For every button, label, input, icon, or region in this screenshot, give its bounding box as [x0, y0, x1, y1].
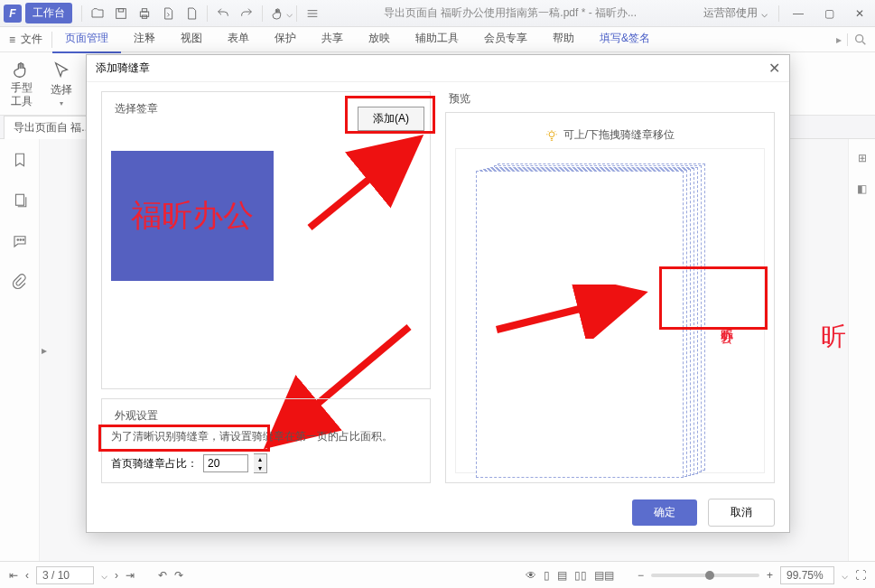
separator [207, 5, 208, 22]
dialog-close-button[interactable]: ✕ [768, 60, 780, 77]
annotation-arrow [301, 128, 436, 237]
export-icon[interactable] [156, 2, 180, 25]
menu-view[interactable]: 视图 [168, 25, 215, 53]
menu-share[interactable]: 共享 [309, 25, 356, 53]
menu-nav: ▸ [829, 33, 875, 47]
preview-hint: 可上/下拖拽骑缝章移位 [455, 127, 765, 143]
svg-rect-6 [15, 194, 23, 205]
search-icon[interactable] [853, 33, 868, 47]
svg-line-13 [497, 294, 641, 330]
select-stamp-fieldset: 选择签章 添加(A) 福昕办公 [101, 91, 431, 389]
panel-icon[interactable]: ⊞ [858, 152, 867, 164]
svg-point-5 [856, 34, 863, 42]
workbench-button[interactable]: 工作台 [25, 3, 72, 23]
view-mode-icon[interactable]: 👁 [526, 569, 536, 582]
zoom-out-button[interactable]: − [638, 569, 644, 582]
separator [262, 5, 263, 22]
menu-form[interactable]: 表单 [215, 25, 262, 53]
svg-rect-3 [142, 8, 146, 11]
dialog-footer: 确定 取消 [87, 492, 789, 532]
print-icon[interactable] [133, 2, 156, 25]
menu-annotate[interactable]: 注释 [121, 25, 168, 53]
menu-vip[interactable]: 会员专享 [471, 25, 540, 53]
fullscreen-icon[interactable]: ⛶ [855, 569, 866, 582]
zoom-input[interactable]: 99.75% [780, 566, 834, 584]
minimize-button[interactable]: — [783, 1, 814, 26]
cancel-button[interactable]: 取消 [708, 499, 775, 527]
ok-button[interactable]: 确定 [632, 499, 697, 526]
redo-icon[interactable] [235, 2, 258, 25]
menu-protect[interactable]: 保护 [262, 25, 309, 53]
open-icon[interactable] [86, 2, 109, 25]
menu-tools[interactable]: 辅助工具 [403, 25, 471, 53]
usage-dropdown[interactable]: 运营部使用⌵ [696, 5, 775, 21]
svg-line-10 [310, 139, 418, 228]
comment-icon[interactable] [12, 233, 28, 252]
add-seal-dialog: 添加骑缝章 ✕ 选择签章 添加(A) 福昕办公 [86, 54, 790, 533]
svg-rect-2 [140, 12, 148, 16]
appearance-legend: 外观设置 [111, 409, 162, 422]
maximize-button[interactable]: ▢ [814, 1, 844, 26]
expand-handle[interactable]: ▸ [40, 339, 49, 362]
attachment-icon[interactable] [12, 274, 28, 293]
right-sidebar: ⊞ ◧ [848, 139, 875, 561]
close-button[interactable]: ✕ [844, 1, 875, 26]
prev-page-button[interactable]: ‹ [25, 569, 29, 582]
select-stamp-legend: 选择签章 [111, 102, 162, 115]
page-input[interactable]: 3 / 10 [36, 566, 94, 584]
menu-present[interactable]: 放映 [356, 25, 403, 53]
dialog-title: 添加骑缝章 [96, 61, 150, 76]
save-icon[interactable] [109, 2, 133, 25]
menu-page-manage[interactable]: 页面管理 [52, 25, 121, 53]
more-icon[interactable] [301, 2, 324, 25]
hand-tool-button[interactable]: 手型工具 [7, 56, 36, 111]
svg-rect-0 [116, 8, 126, 18]
add-stamp-button[interactable]: 添加(A) [358, 107, 424, 131]
continuous-icon[interactable]: ▤ [557, 569, 567, 582]
ratio-input[interactable] [203, 454, 248, 472]
file-menu[interactable]: ≡ 文件 [0, 32, 51, 47]
dialog-left-column: 选择签章 添加(A) 福昕办公 外观设置 为了清晰识别 [101, 91, 431, 483]
seal-on-pages[interactable]: 福昕办公 [720, 288, 732, 351]
zoom-in-button[interactable]: + [767, 569, 773, 582]
file-icon[interactable] [180, 2, 203, 25]
undo-icon[interactable] [211, 2, 235, 25]
select-tool-button[interactable]: 选择 ▾ [47, 57, 76, 111]
next-page-button[interactable]: › [115, 569, 118, 582]
nav-back-icon[interactable]: ↶ [158, 569, 167, 582]
preview-legend: 预览 [445, 92, 474, 105]
separator [778, 5, 779, 22]
svg-point-9 [23, 239, 24, 241]
svg-rect-1 [118, 8, 123, 11]
separator [81, 5, 82, 22]
preview-fieldset: 可上/下拖拽骑缝章移位 福昕办公 [445, 112, 775, 483]
nav-forward-icon[interactable]: ↷ [174, 569, 183, 582]
ratio-spinner[interactable]: ▴▾ [254, 453, 267, 473]
panel-icon-2[interactable]: ◧ [857, 182, 867, 195]
appearance-hint: 为了清晰识别骑缝章，请设置骑缝章在第一页的占比面积。 [111, 429, 421, 444]
two-continuous-icon[interactable]: ▤▤ [594, 569, 614, 582]
pages-icon[interactable] [12, 192, 28, 211]
svg-point-7 [17, 239, 19, 241]
ratio-label: 首页骑缝章占比： [111, 456, 198, 471]
last-page-button[interactable]: ⇥ [126, 569, 135, 582]
appearance-fieldset: 外观设置 为了清晰识别骑缝章，请设置骑缝章在第一页的占比面积。 首页骑缝章占比：… [101, 398, 431, 483]
stamp-preview[interactable]: 福昕办公 [111, 151, 274, 281]
svg-point-8 [20, 239, 22, 241]
menu-sign[interactable]: 填写&签名 [587, 25, 663, 53]
annotation-arrow [492, 285, 655, 339]
menu-help[interactable]: 帮助 [540, 25, 587, 53]
zoom-slider[interactable] [651, 574, 759, 577]
scroll-right-icon[interactable]: ▸ [836, 33, 842, 46]
single-page-icon[interactable]: ▯ [544, 569, 550, 582]
dialog-body: 选择签章 添加(A) 福昕办公 外观设置 为了清晰识别 [87, 82, 789, 492]
bookmark-icon[interactable] [12, 152, 28, 171]
preview-box[interactable]: 福昕办公 [455, 148, 765, 473]
svg-point-12 [549, 131, 554, 136]
left-sidebar [0, 139, 40, 561]
menu-items: 页面管理 注释 视图 表单 保护 共享 放映 辅助工具 会员专享 帮助 填写&签… [52, 25, 829, 53]
dropdown-caret[interactable]: ⌵ [286, 7, 293, 20]
two-page-icon[interactable]: ▯▯ [574, 569, 587, 582]
first-page-button[interactable]: ⇤ [9, 569, 18, 582]
menubar: ≡ 文件 页面管理 注释 视图 表单 保护 共享 放映 辅助工具 会员专享 帮助… [0, 27, 875, 52]
